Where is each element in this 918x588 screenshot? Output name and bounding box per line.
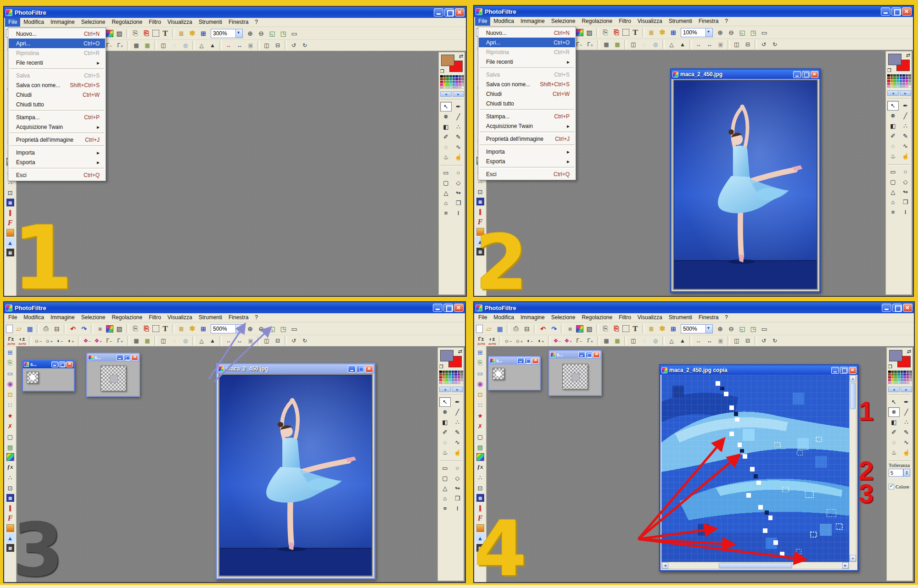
palette-color[interactable]	[893, 85, 896, 88]
palette-color[interactable]	[890, 74, 893, 77]
fit-image-icon[interactable]: ◱	[737, 28, 747, 37]
tool-dropper[interactable]: ✒	[901, 397, 912, 407]
menu-item-chiudi[interactable]: ChiudiCtrl+W	[9, 90, 105, 100]
maximize-button[interactable]	[59, 361, 66, 367]
palette-prev-button[interactable]: ◂	[440, 91, 452, 97]
palette-color[interactable]	[443, 83, 446, 86]
palette-color[interactable]	[442, 382, 445, 384]
effects-fx-icon[interactable]: ƒx	[6, 462, 15, 472]
flip-horizontal-icon[interactable]: ◫	[262, 336, 272, 345]
tool-spray[interactable]: ∴	[901, 417, 912, 427]
palette-color[interactable]	[449, 78, 452, 80]
palette-color[interactable]	[448, 379, 451, 381]
palette-color[interactable]	[902, 85, 905, 88]
menu-item-apri[interactable]: Apri...Ctrl+O	[479, 38, 575, 47]
toolbar-separator[interactable]	[596, 324, 599, 333]
minimize-button[interactable]	[881, 7, 890, 16]
shape-diamond[interactable]: ◇	[453, 178, 464, 188]
menu-item[interactable]: ?	[722, 313, 731, 322]
toolbar-separator[interactable]	[689, 40, 692, 49]
palette-color[interactable]	[446, 75, 449, 78]
image-window[interactable]: maca_2_450.jpg	[216, 363, 375, 579]
fullscreen-icon[interactable]: ▭	[759, 28, 769, 37]
automate-icon[interactable]: ⎘	[476, 358, 485, 367]
text-tool-icon[interactable]: T	[160, 324, 170, 333]
sharpen-icon[interactable]: △	[666, 40, 677, 49]
maximize-button[interactable]	[891, 7, 901, 16]
shape-rounded[interactable]: ▢	[439, 473, 451, 483]
open-file-icon[interactable]: ▱	[484, 324, 494, 333]
menu-item[interactable]: Immagine	[517, 17, 548, 26]
image-window-titlebar[interactable]: maca_2_450.jpg copia	[661, 366, 857, 375]
menu-item[interactable]: Immagine	[47, 313, 78, 322]
shape-load[interactable]: ❒	[453, 198, 464, 208]
palette-color[interactable]	[460, 379, 463, 381]
swap-colors-icon[interactable]: ⇄	[907, 349, 911, 355]
thumbnail-window[interactable]: s...	[22, 360, 75, 392]
palette-color[interactable]	[907, 376, 909, 378]
reflect-icon[interactable]: ∥	[476, 207, 485, 216]
contrast-auto-icon[interactable]: ◐±	[487, 336, 497, 345]
menu-item[interactable]: Strumenti	[666, 17, 695, 26]
menu-item-ripristina[interactable]: RipristinaCtrl+R	[479, 47, 575, 57]
palette-color[interactable]	[439, 371, 442, 373]
new-file-icon[interactable]	[6, 325, 13, 333]
palette-color[interactable]	[903, 382, 906, 384]
window-titlebar[interactable]: PhotoFiltre	[4, 302, 465, 313]
close-button[interactable]	[365, 366, 373, 372]
tool-arrow[interactable]: ↖	[440, 102, 452, 111]
palette-color[interactable]	[439, 379, 442, 381]
photomasque-icon[interactable]: ✽	[187, 29, 197, 38]
close-button[interactable]	[903, 304, 912, 312]
palette-color[interactable]	[439, 382, 442, 384]
tool-smudge[interactable]: ∿	[452, 438, 463, 447]
tool-spray[interactable]: ∴	[453, 122, 464, 132]
palette-color[interactable]	[909, 382, 912, 384]
palette-color[interactable]	[458, 376, 460, 378]
toolbar-separator[interactable]	[91, 324, 93, 333]
gradient-icon[interactable]	[476, 453, 484, 461]
shape-triangle[interactable]: △	[439, 483, 451, 493]
minimize-button[interactable]	[433, 304, 442, 312]
shape-ellipse[interactable]: ○	[452, 463, 463, 473]
filter-grid2-icon[interactable]: ▦	[142, 336, 152, 345]
palette-color[interactable]	[461, 78, 464, 80]
redo-icon[interactable]: ↷	[79, 324, 89, 333]
image-size-icon[interactable]: ⎘	[611, 324, 621, 333]
palette-color[interactable]	[452, 373, 454, 376]
tool-fill[interactable]: ◧	[439, 417, 451, 427]
shape-lasso[interactable]: ↬	[900, 187, 911, 197]
show-selection-icon[interactable]	[622, 325, 629, 332]
minimize-button[interactable]	[348, 366, 356, 372]
menu-separator[interactable]	[479, 166, 575, 169]
palette-color[interactable]	[900, 74, 902, 77]
palette-next-button[interactable]: ▸	[452, 387, 463, 392]
menu-item[interactable]: Visualizza	[164, 313, 196, 322]
tool-line[interactable]: ╱	[452, 407, 463, 417]
fit-screen-icon[interactable]: ◳	[748, 324, 758, 333]
swap-colors-icon[interactable]: ⇄	[906, 52, 910, 58]
toolbar-separator[interactable]	[172, 29, 174, 38]
sharpen-more-icon[interactable]: ▲	[677, 40, 688, 49]
shape-rectangle[interactable]: ▭	[887, 167, 899, 177]
tool-hand[interactable]: ☝	[452, 448, 463, 457]
palette-color[interactable]	[893, 80, 896, 82]
palette-color[interactable]	[894, 382, 897, 384]
effects-fx-icon[interactable]: ƒx	[476, 462, 485, 472]
scroll-down-icon[interactable]: ▼	[850, 555, 856, 561]
tool-dropper[interactable]: ✒	[452, 397, 463, 407]
negative-icon[interactable]: ◫	[158, 336, 168, 345]
flip-horizontal-icon[interactable]: ◫	[732, 40, 742, 49]
palette-color[interactable]	[440, 78, 443, 80]
gamma-auto-icon[interactable]: Γ±	[6, 336, 16, 345]
module-icon[interactable]: ⊞	[668, 28, 678, 37]
tool-blur[interactable]: ◌	[440, 142, 452, 152]
palette-prev-button[interactable]: ◂	[888, 387, 900, 392]
palette-color[interactable]	[458, 371, 460, 373]
maximize-button[interactable]	[525, 358, 532, 364]
save-2000-icon[interactable]: ▦	[6, 199, 14, 206]
gradient-icon[interactable]	[6, 453, 14, 461]
menu-item[interactable]: Finestra	[695, 313, 722, 322]
gamma-plus-icon[interactable]: Γ₊	[585, 40, 595, 49]
toolbar-separator[interactable]	[597, 40, 599, 49]
